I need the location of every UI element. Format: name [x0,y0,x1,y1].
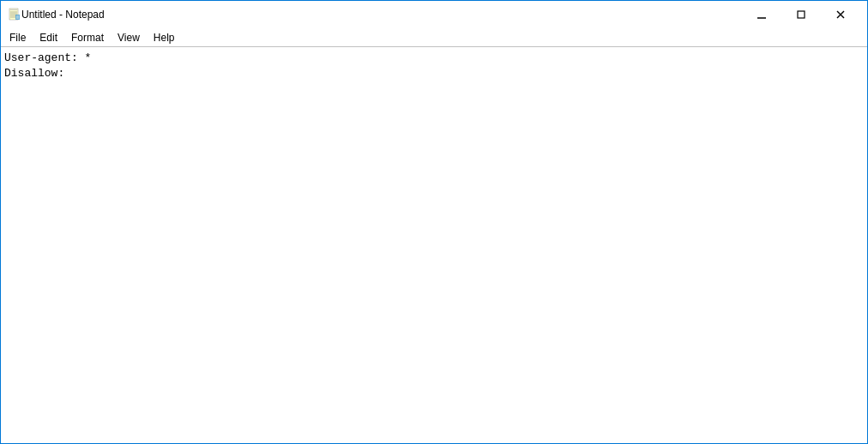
editor-area [1,47,867,443]
menu-format[interactable]: Format [64,28,111,47]
menu-help[interactable]: Help [147,28,182,47]
title-bar: Untitled - Notepad [1,1,867,28]
maximize-button[interactable] [781,1,821,28]
menu-view[interactable]: View [111,28,147,47]
svg-rect-1 [10,9,17,10]
menu-bar: File Edit Format View Help [1,28,867,47]
svg-rect-10 [798,11,805,18]
window-title: Untitled - Notepad [21,9,742,21]
menu-file[interactable]: File [3,28,33,47]
window-controls [742,1,860,28]
menu-edit[interactable]: Edit [33,28,64,47]
notepad-window: Untitled - Notepad File Edit [0,0,868,444]
minimize-button[interactable] [742,1,781,28]
app-icon [8,8,21,21]
text-editor[interactable] [1,47,867,443]
svg-rect-6 [15,15,20,20]
close-button[interactable] [821,1,860,28]
